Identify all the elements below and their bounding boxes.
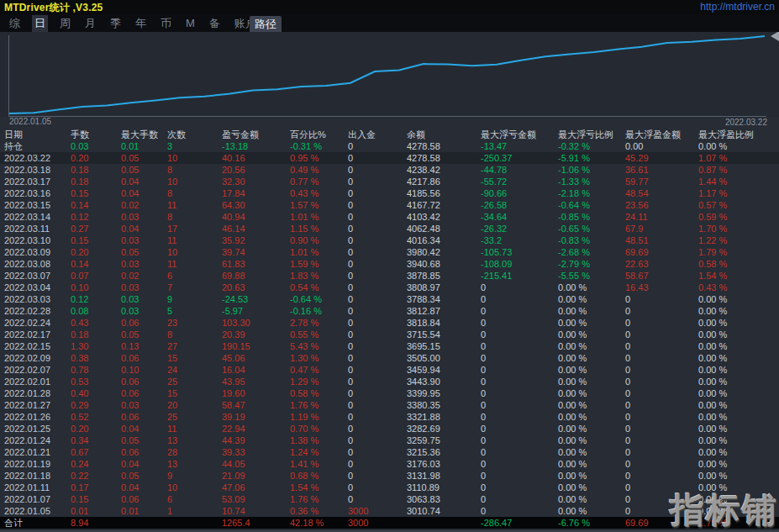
table-row[interactable]: 2022.01.260.520.062539.191.19 %03321.880… [0, 411, 779, 423]
table-row[interactable]: 2022.03.110.270.041746.141.15 %04062.48-… [0, 223, 779, 234]
row21-cell-3: 15 [167, 387, 222, 399]
row16-cell-4: 20.39 [222, 329, 290, 340]
row11-cell-10: 58.67 [625, 270, 698, 282]
column-header-3[interactable]: 次数 [167, 129, 222, 140]
table-row[interactable]: 2022.03.170.180.041032.300.77 %04217.86-… [0, 176, 779, 187]
table-row[interactable]: 2022.02.090.380.061545.061.30 %03505.000… [0, 352, 779, 364]
row10-cell-9: -2.79 % [558, 258, 625, 270]
menu-item-6[interactable]: 年 [133, 15, 149, 32]
row15-cell-10: 0 [625, 317, 698, 329]
row9-cell-5: 1.01 % [290, 246, 348, 258]
column-header-1[interactable]: 手数 [71, 129, 121, 140]
column-header-10[interactable]: 最大浮盈金额 [625, 129, 698, 140]
table-row[interactable]: 2022.01.280.400.061519.600.58 %03399.950… [0, 387, 779, 399]
column-header-4[interactable]: 盈亏金额 [222, 129, 290, 140]
table-row[interactable]: 2022.01.210.670.062839.331.24 %03215.360… [0, 446, 779, 458]
menu-item-1[interactable]: 综 [7, 15, 23, 32]
row27-cell-9: 0.00 % [558, 458, 625, 470]
row5-cell-9: -0.64 % [558, 199, 625, 211]
row6-cell-4: 40.94 [222, 211, 290, 223]
table-row[interactable]: 2022.03.040.100.03720.630.54 %03808.9700… [0, 282, 779, 293]
row23-cell-0: 2022.01.26 [4, 411, 71, 423]
column-header-5[interactable]: 百分比% [290, 129, 348, 140]
row11-cell-4: 69.88 [222, 270, 290, 282]
column-header-6[interactable]: 出入金 [348, 129, 407, 140]
row21-cell-8: 0 [481, 387, 558, 399]
row21-cell-10: 0 [625, 387, 698, 399]
path-button[interactable]: 路径 [250, 16, 282, 34]
table-row[interactable]: 2022.01.180.220.05921.090.68 %03131.9800… [0, 470, 779, 482]
table-row[interactable]: 2022.01.190.240.041344.051.41 %03176.030… [0, 458, 779, 470]
row2-cell-0: 2022.03.18 [4, 164, 71, 176]
column-header-9[interactable]: 最大浮亏比例 [558, 129, 625, 140]
column-header-11[interactable]: 最大浮盈比例 [698, 129, 775, 140]
row30-cell-3: 6 [167, 493, 222, 505]
table-row[interactable]: 2022.02.240.430.0623103.302.78 %03818.84… [0, 317, 779, 329]
row12-cell-6: 0 [348, 282, 407, 293]
table-row[interactable]: 2022.01.050.010.01110.740.36 %30003010.7… [0, 505, 779, 517]
row22-cell-10: 0 [625, 399, 698, 411]
row7-cell-1: 0.27 [71, 223, 121, 234]
row18-cell-5: 1.30 % [290, 352, 348, 364]
row19-cell-11: 0.00 % [698, 364, 775, 376]
row29-cell-4: 47.06 [222, 482, 290, 493]
column-header-2[interactable]: 最大手数 [121, 129, 167, 140]
table-row[interactable]: 2022.02.070.780.102416.040.47 %03459.940… [0, 364, 779, 376]
row9-cell-4: 39.74 [222, 246, 290, 258]
row31-cell-1: 0.01 [71, 505, 121, 517]
total-cell-7 [407, 517, 481, 529]
row11-cell-7: 3878.85 [407, 270, 481, 282]
row19-cell-8: 0 [481, 364, 558, 376]
row10-cell-11: 0.58 % [698, 258, 775, 270]
table-row[interactable]: 2022.03.090.200.051039.741.01 %03980.42-… [0, 246, 779, 258]
row15-cell-8: 0 [481, 317, 558, 329]
table-row[interactable]: 2022.03.140.120.03840.941.01 %04103.42-3… [0, 211, 779, 223]
row24-cell-10: 0 [625, 423, 698, 435]
menu-item-7[interactable]: 币 [158, 15, 174, 32]
table-row[interactable]: 2022.01.250.200.041122.940.70 %03282.690… [0, 423, 779, 435]
row21-cell-6: 0 [348, 387, 407, 399]
row29-cell-5: 1.54 % [290, 482, 348, 493]
row25-cell-8: 0 [481, 435, 558, 446]
menu-item-4[interactable]: 月 [82, 15, 98, 32]
column-header-7[interactable]: 余额 [407, 129, 481, 140]
column-header-0[interactable]: 日期 [4, 129, 71, 140]
row4-cell-10: 48.54 [625, 187, 698, 199]
row9-cell-7: 3980.42 [407, 246, 481, 258]
row14-cell-6: 0 [348, 305, 407, 317]
column-header-8[interactable]: 最大浮亏金额 [481, 129, 558, 140]
menu-item-5[interactable]: 季 [108, 15, 124, 32]
total-cell-5: 42.18 % [290, 517, 348, 529]
table-row[interactable]: 2022.03.180.180.05820.560.49 %04238.42-4… [0, 164, 779, 176]
table-row[interactable]: 2022.02.151.300.1327190.155.43 %03695.15… [0, 340, 779, 352]
menu-item-9[interactable]: 备 [207, 15, 223, 32]
table-row[interactable]: 2022.01.240.340.051344.391.38 %03259.750… [0, 435, 779, 446]
table-row[interactable]: 2022.02.280.080.035-5.97-0.16 %03812.870… [0, 305, 779, 317]
menu-item-3[interactable]: 周 [57, 15, 73, 32]
menu-item-8[interactable]: M [183, 16, 197, 30]
table-row[interactable]: 2022.03.070.070.02669.881.83 %03878.85-2… [0, 270, 779, 282]
menu-item-2[interactable]: 日 [32, 15, 48, 32]
row19-cell-9: 0.00 % [558, 364, 625, 376]
table-row[interactable]: 2022.03.220.200.051040.160.95 %04278.58-… [0, 152, 779, 164]
table-row[interactable]: 2022.01.070.150.06653.091.76 %03063.8300… [0, 493, 779, 505]
row12-cell-11: 0.43 % [698, 282, 775, 293]
table-row[interactable]: 2022.03.080.140.031161.831.59 %03940.68-… [0, 258, 779, 270]
row23-cell-2: 0.06 [121, 411, 167, 423]
table-row[interactable]: 2022.03.100.150.031135.920.90 %04016.34-… [0, 234, 779, 246]
table-row[interactable]: 2022.02.170.180.05820.390.55 %03715.5400… [0, 329, 779, 340]
row14-cell-10: 0 [625, 305, 698, 317]
table-row[interactable]: 2022.03.030.120.039-24.53-0.64 %03788.34… [0, 293, 779, 305]
row5-cell-1: 0.14 [71, 199, 121, 211]
row10-cell-1: 0.14 [71, 258, 121, 270]
row0-cell-7: 4278.58 [407, 140, 481, 152]
table-row[interactable]: 2022.01.270.290.032058.471.76 %03380.350… [0, 399, 779, 411]
table-row[interactable]: 2022.01.110.170.041047.061.54 %03110.890… [0, 482, 779, 493]
table-row[interactable]: 2022.03.150.140.021164.301.57 %04167.72-… [0, 199, 779, 211]
app-url-link[interactable]: http://mtdriver.cn [700, 1, 775, 13]
row10-cell-8: -108.09 [481, 258, 558, 270]
table-row[interactable]: 2022.02.010.530.062543.951.29 %03443.900… [0, 376, 779, 387]
table-row[interactable]: 持仓0.030.013-13.18-0.31 %04278.58-13.47-0… [0, 140, 779, 152]
table-row[interactable]: 2022.03.160.150.04817.840.43 %04185.56-9… [0, 187, 779, 199]
row26-cell-11: 0.00 % [698, 446, 775, 458]
